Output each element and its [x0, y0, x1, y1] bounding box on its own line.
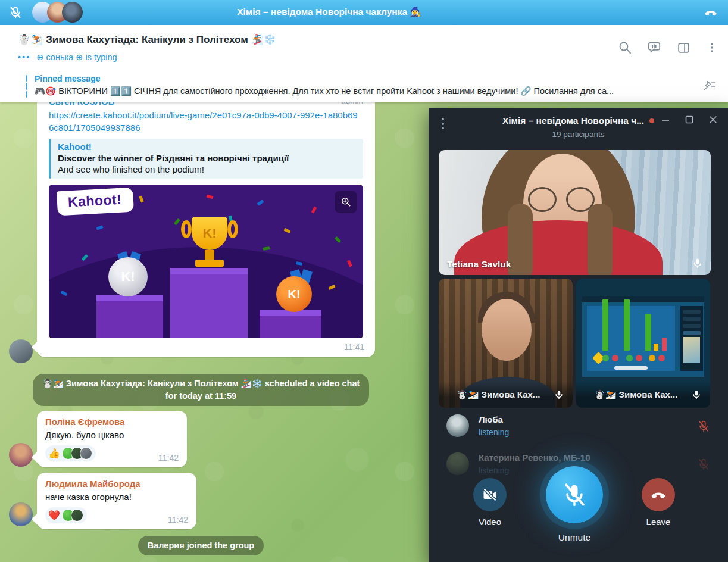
link-preview[interactable]: Kahoot! Discover the winner of Різдвяні …	[49, 139, 363, 179]
participants-count: 19 participants	[429, 130, 728, 139]
avatar[interactable]	[9, 339, 33, 363]
service-line: ☃️⛷️ Зимова Кахутіада: Канікули з Політе…	[42, 377, 360, 390]
message-text: наче казка огорнула!	[45, 492, 188, 502]
tile-participant-name: ☃️⛷️ Зимова Ках...	[457, 389, 540, 400]
telegram-app: Хімія – невідома Новорічна чаклунка 🧙‍♀️…	[0, 0, 728, 562]
reaction-pill[interactable]: 👍	[45, 445, 96, 461]
message-link[interactable]: https://create.kahoot.it/podium/live-gam…	[49, 109, 360, 134]
message-text: Дякую. було цікаво	[45, 430, 179, 440]
hangup-icon[interactable]	[703, 5, 718, 20]
unmute-button-label: Unmute	[539, 532, 610, 543]
recording-dot	[649, 118, 654, 123]
pinned-text: 🎮🎯 ВІКТОРИНИ 1️⃣1️⃣ СІЧНЯ для самостійно…	[35, 86, 689, 96]
tile-participant-name: ☃️⛷️ Зимова Ках...	[594, 389, 677, 400]
mic-on-icon	[691, 389, 702, 401]
participant-status: listening	[479, 466, 509, 475]
close-icon[interactable]	[703, 112, 723, 127]
service-text: Валерия joined the group	[138, 536, 264, 555]
pinned-message-bar[interactable]: Pinned message 🎮🎯 ВІКТОРИНИ 1️⃣1️⃣ СІЧНЯ…	[0, 70, 728, 102]
kahoot-logo: Kahoot!	[57, 188, 134, 216]
active-call-bar[interactable]: Хімія – невідома Новорічна чаклунка 🧙‍♀️	[0, 0, 728, 25]
voice-chat-icon[interactable]	[646, 40, 662, 55]
message-time: 11:41	[344, 342, 364, 352]
mic-on-icon	[692, 257, 704, 270]
sender-name[interactable]: Поліна Єфремова	[45, 417, 179, 427]
pinned-label: Pinned message	[35, 74, 101, 83]
leave-button-label: Leave	[629, 517, 688, 527]
tile-participant-name: Tetiana Savluk	[447, 259, 511, 270]
service-message-joined: Валерия joined the group	[0, 536, 402, 555]
avatar[interactable]	[9, 443, 33, 467]
video-tile-screenshare[interactable]: ☃️⛷️ Зимова Ках...	[576, 279, 710, 408]
mic-muted-icon	[697, 457, 710, 472]
avatar	[62, 2, 83, 23]
podium-first	[170, 268, 248, 338]
typing-text: ⊕ сонька ⊕ is typing	[36, 52, 117, 62]
search-icon[interactable]	[618, 40, 632, 55]
call-window-title: Хімія – невідома Новорічна ч...	[502, 115, 644, 126]
participant-name: Люба	[479, 414, 503, 424]
podium-second	[96, 295, 163, 338]
call-window-header: Хімія – невідома Новорічна ч... 19 parti…	[429, 108, 728, 150]
silver-medal: K!	[108, 257, 148, 296]
service-line: for today at 11:59	[42, 390, 360, 402]
call-participant-avatars	[32, 2, 77, 23]
maximize-icon[interactable]	[679, 112, 699, 127]
call-title: Хімія – невідома Новорічна чаклунка 🧙‍♀️	[237, 7, 421, 17]
gold-trophy: K!	[187, 217, 232, 269]
video-button-label: Video	[460, 517, 520, 527]
menu-kebab-icon[interactable]	[705, 40, 718, 55]
minimize-icon[interactable]	[655, 112, 676, 127]
participant-name: Катерина Ревенко, МБ-10	[479, 452, 590, 463]
message-time: 11:42	[158, 453, 179, 463]
preview-title: Discover the winner of Різдвяні та новор…	[58, 153, 356, 163]
sidebar-toggle-icon[interactable]	[676, 40, 691, 55]
chat-header: ☃️⛷️ Зимова Кахутіада: Канікули з Політе…	[0, 25, 728, 70]
preview-description: And see who finished on the podium!	[58, 164, 356, 174]
reactor-avatar	[80, 447, 92, 460]
message-time: 11:42	[168, 515, 188, 524]
group-call-window: Хімія – невідома Новорічна ч... 19 parti…	[429, 108, 728, 562]
video-feed	[439, 150, 711, 275]
chat-title[interactable]: ☃️⛷️ Зимова Кахутіада: Канікули з Політе…	[18, 33, 276, 46]
zoom-in-icon[interactable]	[335, 191, 357, 213]
avatar	[446, 452, 469, 475]
message-bubble-admin: Євген КОЗЛОВ admin https://create.kahoot…	[37, 89, 375, 357]
typing-dots: •••	[18, 52, 30, 62]
mic-on-icon	[554, 389, 564, 401]
heart-reaction: ❤️	[48, 510, 60, 522]
pin-segments	[26, 75, 27, 98]
reactor-avatar	[71, 509, 83, 522]
reaction-pill[interactable]: ❤️	[45, 507, 87, 523]
message-bubble: Поліна Єфремова Дякую. було цікаво 👍 11:…	[37, 411, 187, 467]
thumbs-up-reaction: 👍	[48, 448, 60, 460]
message-bubble: Людмила Майборода наче казка огорнула! ❤…	[37, 473, 196, 529]
video-toggle-button[interactable]	[473, 478, 507, 511]
unmute-button[interactable]	[546, 466, 603, 523]
preview-site: Kahoot!	[58, 142, 356, 152]
service-message-scheduled: ☃️⛷️ Зимова Кахутіада: Канікули з Політе…	[0, 374, 402, 406]
avatar	[446, 414, 469, 437]
video-tile-host[interactable]: ☃️⛷️ Зимова Ках...	[439, 279, 573, 408]
mic-muted-icon	[8, 5, 23, 20]
sender-name[interactable]: Людмила Майборода	[45, 479, 188, 489]
participant-row[interactable]: Люба listening	[429, 411, 728, 445]
podium-third	[260, 310, 321, 338]
bronze-medal: K!	[276, 276, 312, 312]
kahoot-preview-image[interactable]: Kahoot! K! K! K!	[49, 185, 363, 338]
typing-indicator: ••• ⊕ сонька ⊕ is typing	[18, 52, 117, 62]
mic-muted-icon	[697, 419, 710, 433]
participant-status: listening	[479, 427, 509, 437]
video-tile-main[interactable]: Tetiana Savluk	[439, 150, 711, 275]
leave-call-button[interactable]	[642, 478, 675, 511]
avatar[interactable]	[9, 502, 33, 526]
pin-list-icon[interactable]	[702, 79, 717, 93]
